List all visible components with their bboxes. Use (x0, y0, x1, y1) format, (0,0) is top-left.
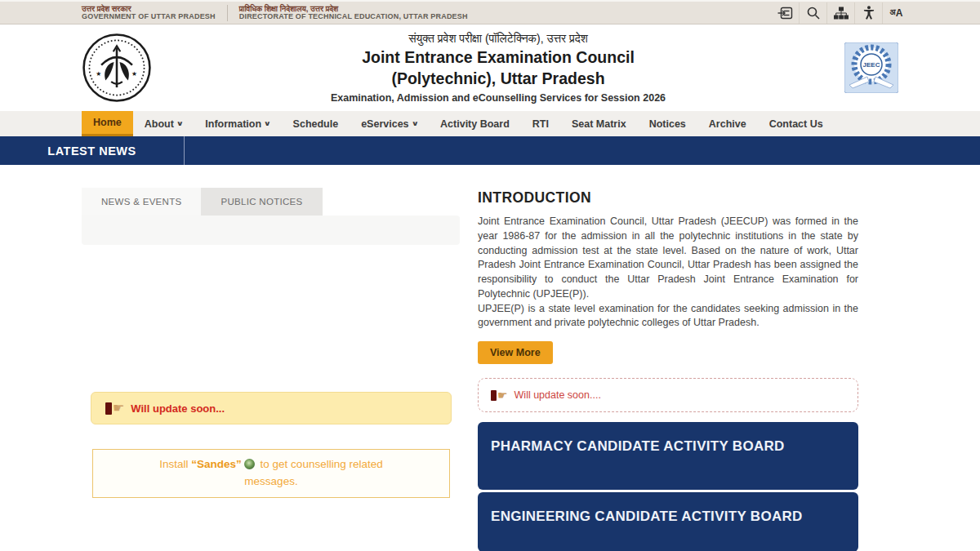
nav-item-about[interactable]: About∨ (133, 111, 194, 136)
up-government-emblem: ★ ★ (82, 33, 152, 103)
nav-item-rti[interactable]: RTI (521, 111, 560, 136)
latest-news-label: LATEST NEWS (0, 144, 184, 158)
chevron-down-icon: ∨ (176, 120, 184, 127)
sandes-install-notice: Install “Sandes” to get counselling rela… (92, 449, 450, 498)
dte-block: प्राविधिक शिक्षा निदेशालय, उत्तर प्रदेश … (239, 5, 479, 20)
latest-news-bar: LATEST NEWS (0, 136, 980, 165)
new-item-icon: ☛ (491, 389, 508, 401)
govt-up-block: उत्तर प्रदेश सरकार GOVERNMENT OF UTTAR P… (82, 5, 227, 20)
new-item-icon: ☛ (105, 402, 124, 415)
update-notice-highlight: ☛ Will update soon... (91, 392, 452, 424)
news-tabs: NEWS & EVENTS PUBLIC NOTICES (82, 188, 460, 216)
search-icon[interactable] (799, 2, 826, 24)
screen-reader-icon[interactable] (771, 2, 799, 24)
tab-public-notices[interactable]: PUBLIC NOTICES (201, 188, 322, 216)
sandes-app-icon (244, 459, 255, 469)
site-title-line2: (Polytechnic), Uttar Pradesh (185, 69, 812, 90)
topbar-org-group: उत्तर प्रदेश सरकार GOVERNMENT OF UTTAR P… (82, 2, 479, 24)
introduction-paragraph-2: UPJEE(P) is a state level examination fo… (478, 302, 858, 331)
nav-item-activity-board[interactable]: Activity Board (429, 111, 521, 136)
right-column: INTRODUCTION Joint Entrance Examination … (478, 188, 858, 551)
site-subtitle: Examination, Admission and eCounselling … (185, 92, 812, 104)
sandes-app-link[interactable]: “Sandes” (191, 458, 242, 470)
pharmacy-board-title: PHARMACY CANDIDATE ACTIVITY BOARD (491, 438, 845, 455)
update-notice-text: Will update soon.... (514, 389, 601, 401)
news-events-panel (82, 216, 460, 245)
update-notice-box: ☛ Will update soon.... (478, 378, 858, 412)
update-notice-text: Will update soon... (131, 402, 225, 415)
nav-item-information[interactable]: Information∨ (194, 111, 281, 136)
main-navigation: Home About∨ Information∨ Schedule eServi… (0, 111, 980, 136)
dte-english: DIRECTORATE OF TECHNICAL EDUCATION, UTTA… (239, 13, 468, 20)
engineering-board-title: ENGINEERING CANDIDATE ACTIVITY BOARD (491, 509, 845, 525)
nav-item-eservices[interactable]: eServices∨ (350, 111, 429, 136)
main-content: NEWS & EVENTS PUBLIC NOTICES ☛ Will upda… (0, 165, 980, 551)
svg-text:★: ★ (96, 70, 101, 78)
site-header: ★ ★ संयुक्त प्रवेश परीक्षा (पॉलिटेक्निक)… (0, 24, 980, 111)
introduction-paragraph-1: Joint Entrance Examination Council, Utta… (478, 215, 858, 302)
nav-item-home[interactable]: Home (82, 111, 133, 136)
news-bar-divider (184, 136, 185, 165)
svg-text:JEEC: JEEC (863, 61, 880, 69)
sitemap-icon[interactable] (826, 2, 854, 24)
view-more-button[interactable]: View More (478, 341, 553, 364)
govt-up-english: GOVERNMENT OF UTTAR PRADESH (82, 13, 216, 20)
chevron-down-icon: ∨ (411, 120, 418, 127)
left-column: NEWS & EVENTS PUBLIC NOTICES ☛ Will upda… (82, 188, 460, 551)
pharmacy-activity-board[interactable]: PHARMACY CANDIDATE ACTIVITY BOARD (478, 422, 858, 490)
nav-item-notices[interactable]: Notices (638, 111, 697, 136)
tab-news-events[interactable]: NEWS & EVENTS (82, 188, 201, 216)
engineering-activity-board[interactable]: ENGINEERING CANDIDATE ACTIVITY BOARD (478, 492, 858, 551)
chevron-down-icon: ∨ (264, 120, 271, 127)
nav-item-schedule[interactable]: Schedule (282, 111, 350, 136)
language-glyph: अA (890, 8, 903, 18)
topbar-icon-group: अA (771, 2, 910, 24)
sandes-text: Install “Sandes” to get counselling rela… (138, 456, 404, 491)
nav-item-seat-matrix[interactable]: Seat Matrix (560, 111, 638, 136)
topbar-divider (227, 5, 228, 21)
introduction-heading: INTRODUCTION (478, 189, 858, 207)
jeec-logo: JEEC (844, 42, 898, 93)
svg-text:★: ★ (131, 70, 137, 78)
language-toggle-icon[interactable]: अA (882, 2, 910, 24)
site-title-line1: Joint Entrance Examination Council (185, 47, 812, 69)
nav-item-archive[interactable]: Archive (697, 111, 758, 136)
jeecup-homepage: उत्तर प्रदेश सरकार GOVERNMENT OF UTTAR P… (0, 0, 980, 551)
government-topbar: उत्तर प्रदेश सरकार GOVERNMENT OF UTTAR P… (0, 0, 980, 24)
site-title-hindi: संयुक्त प्रवेश परीक्षा (पॉलिटेक्निक), उत… (185, 32, 812, 46)
site-title-block: संयुक्त प्रवेश परीक्षा (पॉलिटेक्निक), उत… (152, 32, 844, 103)
nav-item-contact-us[interactable]: Contact Us (758, 111, 835, 136)
accessibility-icon[interactable] (854, 2, 882, 24)
